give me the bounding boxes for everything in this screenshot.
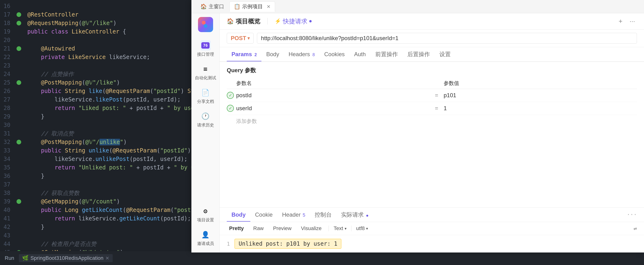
tab-project[interactable]: 📋 示例项目 ✕ (229, 2, 275, 12)
sidebar-item-api-mgmt[interactable]: 76 接口管理 (192, 38, 220, 60)
auto-test-label: 自动化测试 (195, 75, 216, 81)
invite-label: 邀请成员 (197, 241, 214, 246)
toolbar-format-icon[interactable]: ⇌ (634, 225, 637, 232)
toolbar-preview[interactable]: Preview (270, 224, 294, 232)
param-check-userid[interactable] (227, 105, 234, 112)
tab-post-op[interactable]: 后置操作 (402, 47, 435, 61)
resp-tab-actual[interactable]: 实际请求 (336, 208, 373, 222)
col-eq-header (430, 80, 444, 87)
resp-tab-cookie[interactable]: Cookie (250, 208, 278, 221)
param-val-userid: 1 (444, 105, 637, 112)
param-name-postid: postId (236, 92, 430, 99)
param-val-postid: p101 (444, 92, 637, 99)
project-title-text: 项目概览 (236, 17, 260, 26)
params-header: 参数名 参数值 (227, 78, 637, 89)
request-tabs: Params 2 Body Headers 8 Cookies Auth 前置操… (220, 47, 644, 62)
params-section: Query 参数 参数名 参数值 postId = p101 (220, 62, 644, 207)
panel-top-tabs: 🏠 主窗口 📋 示例项目 ✕ (192, 0, 644, 13)
svg-point-2 (204, 24, 208, 28)
app-tab[interactable]: 🌿 SpringBoot310RedisApplication ✕ (19, 254, 112, 262)
tab-params[interactable]: Params 2 (227, 48, 262, 61)
project-icon: 📋 (234, 4, 240, 10)
share-doc-label: 分享文档 (197, 99, 214, 104)
app-tab-label: SpringBoot310RedisApplication (30, 255, 103, 261)
history-label: 请求历史 (197, 122, 214, 128)
toolbar-text-chevron: ▾ (345, 226, 346, 231)
toolbar-utf8-label: utf8 (356, 225, 365, 231)
bottom-bar: Run 🌿 SpringBoot310RedisApplication ✕ (0, 251, 644, 265)
invite-icon: 👤 (200, 229, 211, 240)
share-doc-icon: 📄 (200, 87, 211, 98)
tab-cookies[interactable]: Cookies (320, 48, 350, 61)
toolbar-visualize[interactable]: Visualize (299, 224, 324, 232)
response-value: Unliked post: p101 by user: 1 (234, 239, 341, 249)
tab-body[interactable]: Body (262, 48, 284, 61)
param-eq-postid: = (430, 92, 444, 99)
response-tabs: Body Cookie Header 5 控制台 实际请求 ··· (220, 208, 644, 222)
toolbar-text-dropdown[interactable]: Text ▾ (334, 225, 346, 231)
response-line-1: 1 Unliked post: p101 by user: 1 (227, 239, 637, 249)
add-button[interactable]: + (617, 17, 624, 26)
add-param-btn[interactable]: 添加参数 (227, 115, 637, 128)
line-numbers: 16171819 20212223 24252627 28293031 3233… (0, 0, 14, 265)
sidebar-item-share-doc[interactable]: 📄 分享文档 (192, 85, 220, 107)
tab-settings-req[interactable]: 设置 (435, 47, 456, 61)
sidebar: 76 接口管理 ≡ 自动化测试 📄 分享文档 🕐 请求历史 (192, 13, 220, 252)
param-check-postid[interactable] (227, 92, 234, 99)
sidebar-item-settings[interactable]: ⚙ 项目设置 (192, 203, 220, 225)
response-section: Body Cookie Header 5 控制台 实际请求 ··· Pretty… (220, 207, 644, 252)
home-icon: 🏠 (200, 4, 207, 10)
query-params-title: Query 参数 (227, 67, 637, 74)
resp-line-num: 1 (227, 241, 230, 247)
param-row-userid: userId = 1 (227, 102, 637, 115)
resp-tab-body[interactable]: Body (227, 208, 250, 221)
sidebar-item-history[interactable]: 🕐 请求历史 (192, 109, 220, 130)
auto-test-icon: ≡ (200, 64, 211, 74)
url-input[interactable] (257, 33, 637, 44)
tab-home-label: 主窗口 (208, 3, 224, 10)
param-row-postid: postId = p101 (227, 89, 637, 102)
response-toolbar: Pretty Raw Preview Visualize Text ▾ utf8… (220, 222, 644, 235)
lightning-icon: ⚡ (274, 18, 281, 24)
quick-request-label-text: 快捷请求 (283, 17, 308, 26)
more-button[interactable]: ··· (628, 17, 637, 26)
tab-auth[interactable]: Auth (349, 48, 370, 61)
resp-tab-console[interactable]: 控制台 (310, 208, 336, 222)
svg-point-0 (202, 21, 206, 25)
settings-label: 项目设置 (197, 217, 214, 223)
toolbar-utf8-dropdown[interactable]: utf8 ▾ (356, 225, 368, 231)
project-title: 🏠 项目概览 (227, 17, 260, 26)
api-panel: 🏠 主窗口 📋 示例项目 ✕ (192, 0, 644, 252)
close-tab-icon[interactable]: ✕ (105, 255, 110, 261)
sidebar-item-auto-test[interactable]: ≡ 自动化测试 (192, 61, 220, 83)
tab-pre-op[interactable]: 前置操作 (370, 47, 402, 61)
tab-close-icon[interactable]: ✕ (266, 4, 270, 10)
tab-home[interactable]: 🏠 主窗口 (196, 2, 228, 12)
response-body: 1 Unliked post: p101 by user: 1 (220, 235, 644, 252)
sidebar-item-invite[interactable]: 👤 邀请成员 (192, 227, 220, 249)
toolbar-raw[interactable]: Raw (251, 224, 266, 232)
tab-project-label: 示例项目 (242, 3, 263, 10)
tab-headers[interactable]: Headers 8 (284, 48, 320, 61)
url-bar: POST ▾ (220, 30, 644, 47)
run-label: Run (5, 255, 14, 261)
header-actions: + ··· (617, 17, 637, 26)
resp-tab-header[interactable]: Header 5 (278, 208, 310, 221)
toolbar-pretty[interactable]: Pretty (227, 224, 246, 232)
sidebar-logo (198, 17, 213, 32)
params-table: 参数名 参数值 postId = p101 userId (227, 78, 637, 128)
toolbar-utf8-chevron: ▾ (366, 226, 368, 231)
gutter-icons (14, 0, 24, 265)
col-val-header: 参数值 (444, 80, 637, 87)
col-name-header: 参数名 (227, 80, 430, 87)
main-content: 🏠 项目概览 ⚡ 快捷请求 + ··· (220, 13, 644, 252)
project-header: 🏠 项目概览 ⚡ 快捷请求 + ··· (220, 13, 644, 30)
svg-point-1 (206, 21, 209, 25)
param-eq-userid: = (430, 105, 444, 112)
toolbar-text-label: Text (334, 225, 343, 231)
method-selector[interactable]: POST ▾ (227, 33, 254, 44)
param-name-userid: userId (236, 105, 430, 112)
response-more-btn[interactable]: ··· (627, 211, 637, 218)
actual-request-dot (366, 215, 368, 217)
method-chevron: ▾ (248, 36, 250, 41)
